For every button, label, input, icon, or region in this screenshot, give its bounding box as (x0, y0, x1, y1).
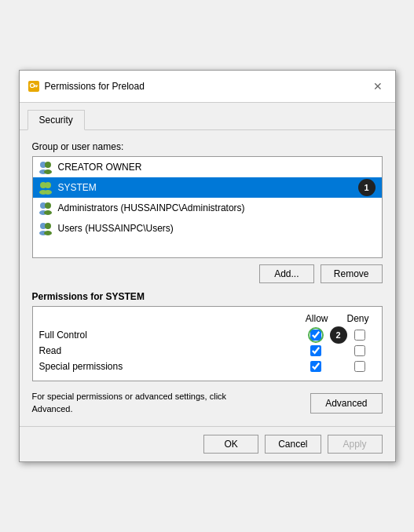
special-allow-wrap (306, 361, 325, 372)
title-bar: Permissions for Preload ✕ (20, 71, 395, 103)
user-name-admins: Administrators (HUSSAINPC\Administrators… (58, 202, 245, 213)
svg-rect-2 (34, 86, 38, 86)
perm-checks-full-control: 2 (306, 330, 369, 341)
user-item-system[interactable]: SYSTEM 1 (33, 177, 382, 198)
full-control-deny-checkbox[interactable] (354, 330, 365, 341)
perm-name-full-control: Full Control (39, 330, 306, 341)
svg-rect-3 (36, 86, 37, 88)
tab-security[interactable]: Security (27, 110, 85, 130)
user-avatar-admins (38, 200, 53, 216)
advanced-button[interactable]: Advanced (310, 393, 382, 414)
svg-point-16 (44, 210, 52, 215)
cancel-button[interactable]: Cancel (265, 435, 321, 454)
read-allow-wrap (306, 345, 325, 356)
perm-row-special: Special permissions (39, 359, 376, 374)
perm-checks-read (306, 345, 369, 356)
user-item-creator[interactable]: CREATOR OWNER (33, 157, 382, 177)
apply-button[interactable]: Apply (328, 435, 383, 454)
read-deny-checkbox[interactable] (354, 345, 365, 356)
close-button[interactable]: ✕ (368, 77, 387, 96)
perm-name-read: Read (39, 345, 306, 356)
svg-point-8 (44, 169, 52, 174)
user-avatar-users (38, 220, 53, 236)
permissions-label: Permissions for SYSTEM (32, 291, 383, 302)
permissions-box: Allow Deny Full Control 2 (32, 306, 383, 381)
user-item-admins[interactable]: Administrators (HUSSAINPC\Administrators… (33, 198, 382, 218)
full-control-allow-wrap: 2 (306, 330, 325, 341)
user-avatar-system (38, 180, 53, 195)
title-bar-left: Permissions for Preload (27, 80, 145, 93)
advanced-text: For special permissions or advanced sett… (32, 391, 236, 415)
read-allow-checkbox[interactable] (310, 345, 321, 356)
group-label: Group or user names: (32, 141, 383, 152)
read-deny-wrap (350, 345, 369, 356)
svg-rect-4 (35, 86, 35, 88)
advanced-row: For special permissions or advanced sett… (32, 391, 383, 415)
user-avatar-creator (38, 159, 53, 175)
user-item-users[interactable]: Users (HUSSAINPC\Users) (33, 218, 382, 239)
remove-button[interactable]: Remove (321, 264, 383, 283)
content-area: Group or user names: CREATOR OWNER (20, 130, 395, 426)
svg-point-10 (45, 182, 51, 188)
user-name-users: Users (HUSSAINPC\Users) (58, 223, 174, 234)
svg-point-18 (45, 223, 51, 229)
special-deny-wrap (350, 361, 369, 372)
allow-header: Allow (306, 313, 328, 324)
perm-row-read: Read (39, 343, 376, 359)
perm-checks-special (306, 361, 369, 372)
dialog-title: Permissions for Preload (45, 81, 145, 92)
perm-name-special: Special permissions (39, 361, 306, 372)
add-button[interactable]: Add... (259, 264, 314, 283)
badge-1: 1 (358, 179, 376, 196)
full-control-allow-checkbox[interactable] (310, 330, 321, 341)
permissions-header: Allow Deny (39, 313, 376, 324)
deny-header: Deny (346, 313, 368, 324)
bottom-bar: OK Cancel Apply (20, 426, 395, 461)
key-icon (27, 80, 40, 93)
badge-2: 2 (330, 326, 347, 344)
user-list: CREATOR OWNER SYSTEM 1 (32, 156, 383, 258)
svg-point-6 (45, 162, 51, 168)
svg-point-20 (44, 231, 52, 235)
svg-point-14 (45, 202, 51, 209)
svg-point-12 (44, 190, 52, 195)
special-allow-checkbox[interactable] (310, 361, 321, 372)
user-name-creator: CREATOR OWNER (58, 162, 142, 173)
perm-row-full-control: Full Control 2 (39, 327, 376, 343)
permissions-dialog: Permissions for Preload ✕ Security Group… (19, 70, 396, 462)
tab-bar: Security (20, 103, 395, 130)
full-control-deny-wrap (350, 330, 369, 341)
user-name-system: SYSTEM (58, 182, 97, 193)
add-remove-row: Add... Remove (32, 264, 383, 283)
special-deny-checkbox[interactable] (354, 361, 365, 372)
ok-button[interactable]: OK (203, 435, 258, 454)
